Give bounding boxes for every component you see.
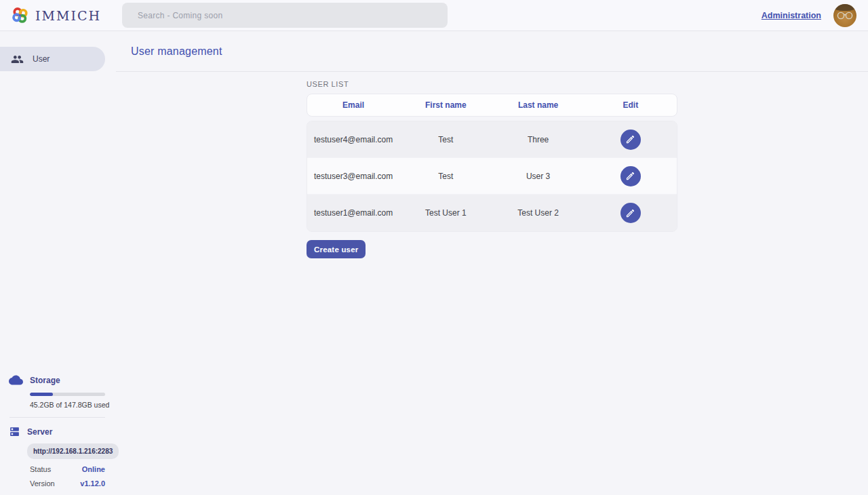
cell-first-name: Test	[399, 135, 492, 144]
user-table-header: Email First name Last name Edit	[307, 94, 677, 117]
user-list-label: USER LIST	[307, 80, 677, 88]
server-title: Server	[27, 427, 52, 437]
column-header-email: Email	[307, 100, 399, 110]
cell-last-name: User 3	[492, 172, 585, 181]
logo-flower-icon	[11, 6, 29, 24]
server-status-label: Status	[30, 465, 51, 473]
search-input[interactable]	[138, 11, 422, 20]
sidebar: User Storage 45.2GB of 147.8GB used Serv…	[0, 31, 116, 495]
cell-last-name: Three	[492, 135, 585, 144]
cell-email: testuser4@email.com	[307, 135, 399, 144]
cell-email: testuser3@email.com	[307, 172, 399, 181]
pencil-icon	[625, 208, 635, 218]
storage-progress-fill	[30, 393, 53, 396]
server-version-value: v1.12.0	[80, 479, 105, 488]
cell-first-name: Test	[399, 172, 492, 181]
sidebar-divider	[9, 417, 105, 418]
column-header-edit: Edit	[585, 100, 677, 110]
glasses-graphic	[836, 11, 854, 20]
create-user-button[interactable]: Create user	[307, 240, 366, 258]
cell-email: testuser1@email.com	[307, 208, 399, 218]
cell-last-name: Test User 2	[492, 208, 585, 218]
sidebar-item-user[interactable]: User	[0, 47, 105, 71]
app-header: IMMICH Administration	[0, 0, 868, 31]
users-icon	[11, 53, 24, 66]
main-content: User management USER LIST Email First na…	[116, 31, 868, 495]
server-version-label: Version	[30, 479, 55, 488]
edit-user-button[interactable]	[620, 166, 641, 186]
column-header-first-name: First name	[399, 100, 492, 110]
storage-progress-bar	[30, 393, 105, 396]
table-row: testuser3@email.com Test User 3	[307, 158, 677, 195]
pencil-icon	[625, 171, 635, 181]
cloud-icon	[9, 373, 23, 387]
table-row: testuser1@email.com Test User 1 Test Use…	[307, 195, 677, 231]
user-table-body: testuser4@email.com Test Three testuser3…	[307, 121, 677, 232]
search-bar[interactable]	[122, 3, 448, 28]
server-url-chip: http://192.168.1.216:2283	[27, 443, 119, 459]
column-header-last-name: Last name	[492, 100, 585, 110]
table-row: testuser4@email.com Test Three	[307, 121, 677, 158]
cell-first-name: Test User 1	[399, 208, 492, 218]
title-bar: User management	[116, 31, 868, 72]
brand-logo[interactable]: IMMICH	[11, 6, 101, 24]
pencil-icon	[625, 134, 635, 144]
server-icon	[9, 426, 20, 437]
page-title: User management	[131, 45, 222, 58]
server-status-value: Online	[82, 465, 105, 473]
avatar[interactable]	[833, 4, 856, 27]
sidebar-item-label: User	[33, 54, 50, 64]
brand-wordmark: IMMICH	[35, 8, 101, 23]
edit-user-button[interactable]	[620, 130, 641, 150]
administration-link[interactable]: Administration	[762, 11, 821, 20]
storage-title: Storage	[30, 376, 60, 385]
edit-user-button[interactable]	[620, 203, 641, 223]
sidebar-status-panel: Storage 45.2GB of 147.8GB used Server ht…	[0, 373, 116, 488]
storage-used-label: 45.2GB of 147.8GB used	[30, 401, 116, 409]
